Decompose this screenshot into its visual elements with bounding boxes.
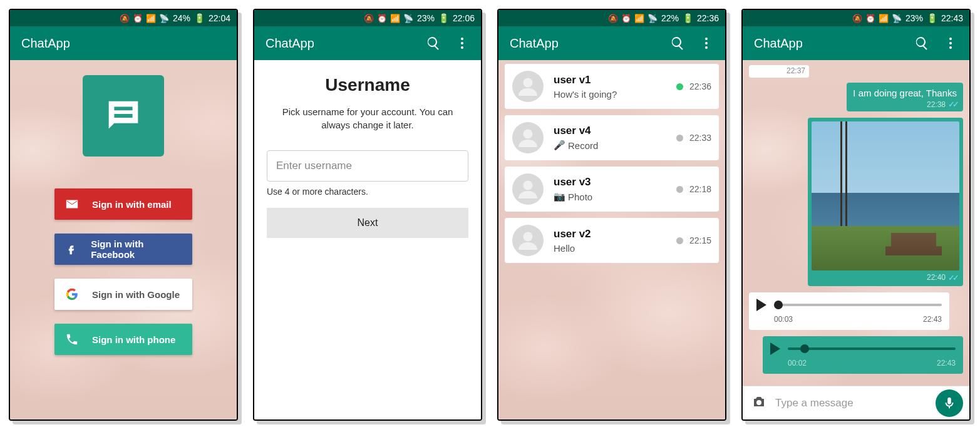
clock: 22:06 bbox=[453, 13, 475, 23]
messages-scroll[interactable]: 22:37 I am doing great, Thanks 22:38 ✓✓ … bbox=[743, 60, 969, 386]
chat-row[interactable]: user v4 🎤 Record 22:33 bbox=[505, 115, 719, 160]
message-text: I am doing great, Thanks bbox=[853, 88, 957, 98]
mute-icon: 🔕 bbox=[852, 14, 862, 23]
battery-percent: 24% bbox=[173, 13, 190, 23]
outgoing-image-message[interactable]: 22:40 ✓✓ bbox=[808, 118, 963, 286]
image-thumbnail bbox=[812, 121, 959, 270]
message-time: 22:38 bbox=[927, 100, 946, 109]
clock: 22:04 bbox=[209, 13, 230, 23]
screen-conversation: 🔕 ⏰ 📶 📡 23% 🔋 22:43 ChatApp 22:37 I am d… bbox=[741, 9, 971, 421]
elapsed-time: 00:02 bbox=[788, 359, 807, 368]
incoming-message-stub: 22:37 bbox=[749, 65, 809, 78]
clock: 22:36 bbox=[697, 13, 719, 23]
message-composer: Type a message bbox=[743, 386, 969, 419]
chat-time: 22:15 bbox=[689, 235, 711, 245]
username-hint: Use 4 or more characters. bbox=[267, 187, 468, 197]
svg-point-2 bbox=[461, 46, 463, 49]
more-icon[interactable] bbox=[943, 36, 958, 51]
avatar bbox=[512, 122, 544, 153]
appbar: ChatApp bbox=[743, 26, 969, 60]
username-input[interactable]: Enter username bbox=[267, 150, 468, 182]
read-receipt-icon: ✓✓ bbox=[948, 100, 957, 109]
play-icon[interactable] bbox=[770, 342, 780, 355]
chat-row[interactable]: user v3 📷 Photo 22:18 bbox=[505, 167, 719, 212]
camera-icon[interactable] bbox=[751, 394, 766, 412]
play-icon[interactable] bbox=[756, 299, 766, 311]
chatlist-content: user v1 How's it going? 22:36 user v4 🎤 … bbox=[498, 60, 725, 419]
chat-time: 22:18 bbox=[689, 184, 711, 194]
search-icon[interactable] bbox=[670, 36, 685, 51]
seek-track[interactable] bbox=[788, 347, 956, 350]
status-icons: 🔕 ⏰ 📶 📡 bbox=[608, 14, 658, 23]
composer-placeholder: Type a message bbox=[775, 397, 854, 409]
signin-phone-button[interactable]: Sign in with phone bbox=[54, 324, 192, 355]
svg-point-6 bbox=[524, 78, 533, 88]
seek-track[interactable] bbox=[774, 304, 942, 306]
screen-login: 🔕 ⏰ 📶 📡 24% 🔋 22:04 ChatApp Sign in with… bbox=[9, 9, 238, 421]
wifi-icon: 📶 bbox=[634, 14, 644, 23]
battery-icon: 🔋 bbox=[927, 13, 937, 23]
mic-icon bbox=[942, 396, 956, 410]
app-title: ChatApp bbox=[266, 36, 314, 51]
incoming-voice-message[interactable]: 00:03 22:43 bbox=[749, 292, 949, 330]
composer-input[interactable]: Type a message bbox=[775, 397, 927, 409]
signal-icon: 📡 bbox=[159, 14, 169, 23]
signin-google-button[interactable]: Sign in with Google bbox=[54, 279, 192, 310]
chat-preview: How's it going? bbox=[554, 89, 676, 100]
svg-point-12 bbox=[949, 46, 952, 49]
stub-time: 22:37 bbox=[787, 66, 805, 75]
chat-row[interactable]: user v1 How's it going? 22:36 bbox=[505, 64, 719, 109]
chat-name: user v2 bbox=[554, 228, 676, 240]
read-receipt-icon: ✓✓ bbox=[948, 273, 957, 282]
search-icon[interactable] bbox=[426, 36, 441, 51]
seek-thumb[interactable] bbox=[800, 344, 809, 353]
svg-point-5 bbox=[705, 46, 708, 49]
app-title: ChatApp bbox=[510, 36, 559, 51]
signin-email-button[interactable]: Sign in with email bbox=[54, 188, 192, 220]
more-icon[interactable] bbox=[699, 36, 714, 51]
wifi-icon: 📶 bbox=[146, 14, 156, 23]
appbar: ChatApp bbox=[10, 26, 237, 60]
signal-icon: 📡 bbox=[892, 14, 902, 23]
app-title: ChatApp bbox=[21, 36, 70, 51]
alarm-icon: ⏰ bbox=[621, 14, 631, 23]
signin-facebook-button[interactable]: Sign in with Facebook bbox=[54, 234, 192, 265]
avatar bbox=[512, 71, 544, 102]
status-icons: 🔕 ⏰ 📶 📡 bbox=[364, 14, 413, 23]
battery-percent: 23% bbox=[905, 13, 923, 23]
avatar bbox=[512, 225, 544, 256]
svg-point-11 bbox=[949, 42, 952, 44]
record-voice-button[interactable] bbox=[936, 389, 963, 417]
chat-row[interactable]: user v2 Hello 22:15 bbox=[505, 218, 719, 263]
search-icon[interactable] bbox=[914, 36, 929, 51]
mic-icon: 🎤 bbox=[554, 140, 565, 151]
svg-point-4 bbox=[705, 42, 708, 44]
chat-preview: Hello bbox=[554, 243, 676, 254]
screen-chatlist: 🔕 ⏰ 📶 📡 22% 🔋 22:36 ChatApp user v1 H bbox=[497, 9, 726, 421]
username-heading: Username bbox=[267, 75, 468, 95]
next-label: Next bbox=[358, 217, 378, 229]
username-placeholder: Enter username bbox=[276, 160, 352, 172]
next-button[interactable]: Next bbox=[267, 208, 468, 238]
outgoing-voice-message[interactable]: 00:02 22:43 bbox=[763, 336, 963, 374]
message-time: 22:40 bbox=[927, 273, 946, 282]
app-logo bbox=[83, 75, 164, 157]
chat-name: user v4 bbox=[554, 125, 676, 137]
svg-point-3 bbox=[705, 38, 708, 40]
presence-dot bbox=[676, 186, 683, 193]
outgoing-text-message[interactable]: I am doing great, Thanks 22:38 ✓✓ bbox=[847, 83, 963, 111]
login-content: Sign in with email Sign in with Facebook… bbox=[10, 60, 237, 419]
presence-dot bbox=[676, 237, 683, 244]
chat-preview: Record bbox=[568, 140, 598, 151]
more-icon[interactable] bbox=[455, 36, 470, 51]
battery-percent: 23% bbox=[417, 13, 435, 23]
chat-time: 22:36 bbox=[689, 81, 711, 91]
svg-point-8 bbox=[524, 181, 533, 190]
chat-name: user v3 bbox=[554, 176, 676, 188]
google-icon bbox=[63, 288, 81, 301]
svg-point-0 bbox=[461, 38, 463, 40]
svg-point-1 bbox=[461, 42, 463, 44]
seek-thumb[interactable] bbox=[774, 301, 783, 309]
chat-time: 22:33 bbox=[689, 133, 711, 143]
appbar: ChatApp bbox=[498, 26, 725, 60]
